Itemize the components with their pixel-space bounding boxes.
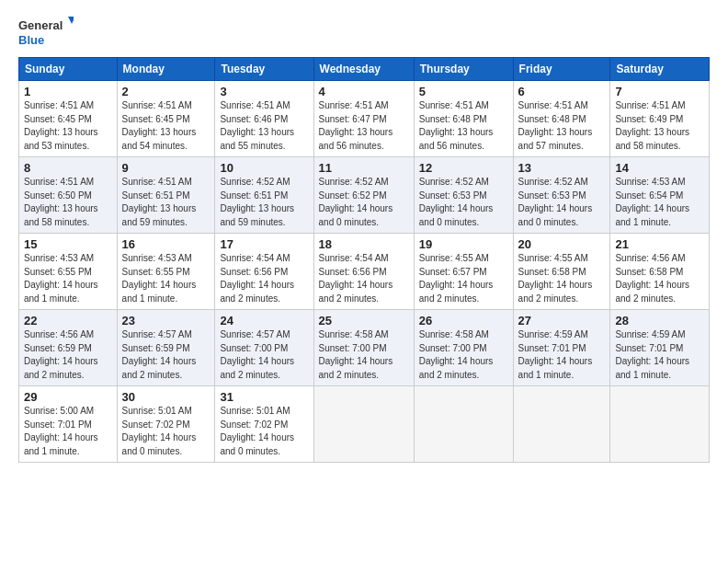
day-number: 9 xyxy=(122,161,210,175)
day-info: Sunrise: 4:51 AMSunset: 6:51 PMDaylight:… xyxy=(122,176,210,229)
calendar-cell xyxy=(610,386,710,463)
week-row-5: 29Sunrise: 5:00 AMSunset: 7:01 PMDayligh… xyxy=(19,386,710,463)
day-number: 12 xyxy=(419,161,508,175)
day-number: 3 xyxy=(220,85,308,98)
day-info: Sunrise: 4:51 AMSunset: 6:48 PMDaylight:… xyxy=(419,99,508,153)
day-number: 2 xyxy=(122,85,210,98)
day-info: Sunrise: 5:01 AMSunset: 7:02 PMDaylight:… xyxy=(220,405,308,458)
day-number: 4 xyxy=(319,85,409,98)
day-number: 26 xyxy=(419,314,508,327)
calendar-cell: 31Sunrise: 5:01 AMSunset: 7:02 PMDayligh… xyxy=(215,386,313,463)
day-number: 23 xyxy=(122,314,210,327)
calendar-cell: 2Sunrise: 4:51 AMSunset: 6:45 PMDaylight… xyxy=(117,81,215,157)
calendar-cell: 10Sunrise: 4:52 AMSunset: 6:51 PMDayligh… xyxy=(215,157,313,234)
svg-marker-1 xyxy=(68,17,74,24)
day-info: Sunrise: 4:53 AMSunset: 6:55 PMDaylight:… xyxy=(24,252,112,305)
calendar-cell xyxy=(414,386,513,463)
day-number: 8 xyxy=(24,161,112,175)
day-info: Sunrise: 4:55 AMSunset: 6:58 PMDaylight:… xyxy=(518,252,606,305)
day-info: Sunrise: 4:52 AMSunset: 6:52 PMDaylight:… xyxy=(319,176,409,229)
calendar-cell: 1Sunrise: 4:51 AMSunset: 6:45 PMDaylight… xyxy=(19,81,118,157)
calendar-cell: 14Sunrise: 4:53 AMSunset: 6:54 PMDayligh… xyxy=(610,157,710,234)
calendar-cell: 6Sunrise: 4:51 AMSunset: 6:48 PMDaylight… xyxy=(513,81,610,157)
calendar-cell: 26Sunrise: 4:58 AMSunset: 7:00 PMDayligh… xyxy=(414,310,513,386)
header-monday: Monday xyxy=(117,58,215,81)
calendar-cell xyxy=(313,386,414,463)
calendar-cell: 13Sunrise: 4:52 AMSunset: 6:53 PMDayligh… xyxy=(513,157,610,234)
day-info: Sunrise: 4:53 AMSunset: 6:54 PMDaylight:… xyxy=(615,176,704,229)
day-info: Sunrise: 4:58 AMSunset: 7:00 PMDaylight:… xyxy=(419,328,508,382)
calendar-table: SundayMondayTuesdayWednesdayThursdayFrid… xyxy=(18,57,710,463)
day-info: Sunrise: 4:55 AMSunset: 6:57 PMDaylight:… xyxy=(419,252,508,305)
header-thursday: Thursday xyxy=(414,58,513,81)
calendar-cell: 9Sunrise: 4:51 AMSunset: 6:51 PMDaylight… xyxy=(117,157,215,234)
day-info: Sunrise: 5:00 AMSunset: 7:01 PMDaylight:… xyxy=(24,405,112,458)
calendar-cell: 4Sunrise: 4:51 AMSunset: 6:47 PMDaylight… xyxy=(313,81,414,157)
day-number: 16 xyxy=(122,237,210,251)
calendar-cell: 21Sunrise: 4:56 AMSunset: 6:58 PMDayligh… xyxy=(610,234,710,310)
day-number: 20 xyxy=(518,237,606,251)
day-number: 5 xyxy=(419,85,508,98)
svg-text:Blue: Blue xyxy=(18,33,44,47)
day-number: 30 xyxy=(122,390,210,404)
calendar-cell: 29Sunrise: 5:00 AMSunset: 7:01 PMDayligh… xyxy=(19,386,118,463)
week-row-2: 8Sunrise: 4:51 AMSunset: 6:50 PMDaylight… xyxy=(19,157,710,234)
day-info: Sunrise: 4:51 AMSunset: 6:49 PMDaylight:… xyxy=(615,99,704,153)
header: General Blue xyxy=(18,15,710,50)
calendar-cell: 22Sunrise: 4:56 AMSunset: 6:59 PMDayligh… xyxy=(19,310,118,386)
day-info: Sunrise: 4:58 AMSunset: 7:00 PMDaylight:… xyxy=(319,328,409,382)
calendar-cell: 17Sunrise: 4:54 AMSunset: 6:56 PMDayligh… xyxy=(215,234,313,310)
day-number: 15 xyxy=(24,237,112,251)
day-number: 19 xyxy=(419,237,508,251)
day-info: Sunrise: 4:52 AMSunset: 6:51 PMDaylight:… xyxy=(220,176,308,229)
day-info: Sunrise: 4:57 AMSunset: 6:59 PMDaylight:… xyxy=(122,328,210,382)
logo: General Blue xyxy=(18,15,74,50)
logo-svg: General Blue xyxy=(18,15,74,50)
day-number: 6 xyxy=(518,85,606,98)
header-wednesday: Wednesday xyxy=(313,58,414,81)
day-number: 25 xyxy=(319,314,409,327)
calendar-cell: 8Sunrise: 4:51 AMSunset: 6:50 PMDaylight… xyxy=(19,157,118,234)
day-number: 22 xyxy=(24,314,112,327)
calendar-cell: 24Sunrise: 4:57 AMSunset: 7:00 PMDayligh… xyxy=(215,310,313,386)
day-number: 17 xyxy=(220,237,308,251)
day-number: 7 xyxy=(615,85,704,98)
header-saturday: Saturday xyxy=(610,58,710,81)
day-info: Sunrise: 4:59 AMSunset: 7:01 PMDaylight:… xyxy=(615,328,704,382)
calendar-cell: 20Sunrise: 4:55 AMSunset: 6:58 PMDayligh… xyxy=(513,234,610,310)
calendar-header-row: SundayMondayTuesdayWednesdayThursdayFrid… xyxy=(19,58,710,81)
week-row-4: 22Sunrise: 4:56 AMSunset: 6:59 PMDayligh… xyxy=(19,310,710,386)
calendar-cell: 27Sunrise: 4:59 AMSunset: 7:01 PMDayligh… xyxy=(513,310,610,386)
page: General Blue SundayMondayTuesdayWednesda… xyxy=(0,0,728,472)
day-number: 13 xyxy=(518,161,606,175)
day-number: 24 xyxy=(220,314,308,327)
day-number: 10 xyxy=(220,161,308,175)
day-info: Sunrise: 4:56 AMSunset: 6:58 PMDaylight:… xyxy=(615,252,704,305)
day-number: 18 xyxy=(319,237,409,251)
calendar-cell: 3Sunrise: 4:51 AMSunset: 6:46 PMDaylight… xyxy=(215,81,313,157)
header-tuesday: Tuesday xyxy=(215,58,313,81)
calendar-cell: 16Sunrise: 4:53 AMSunset: 6:55 PMDayligh… xyxy=(117,234,215,310)
week-row-3: 15Sunrise: 4:53 AMSunset: 6:55 PMDayligh… xyxy=(19,234,710,310)
calendar-cell: 19Sunrise: 4:55 AMSunset: 6:57 PMDayligh… xyxy=(414,234,513,310)
header-sunday: Sunday xyxy=(19,58,118,81)
day-info: Sunrise: 4:51 AMSunset: 6:45 PMDaylight:… xyxy=(122,99,210,153)
header-friday: Friday xyxy=(513,58,610,81)
day-number: 14 xyxy=(615,161,704,175)
week-row-1: 1Sunrise: 4:51 AMSunset: 6:45 PMDaylight… xyxy=(19,81,710,157)
day-info: Sunrise: 4:51 AMSunset: 6:50 PMDaylight:… xyxy=(24,176,112,229)
day-number: 21 xyxy=(615,237,704,251)
calendar-cell: 15Sunrise: 4:53 AMSunset: 6:55 PMDayligh… xyxy=(19,234,118,310)
day-info: Sunrise: 5:01 AMSunset: 7:02 PMDaylight:… xyxy=(122,405,210,458)
calendar-cell: 5Sunrise: 4:51 AMSunset: 6:48 PMDaylight… xyxy=(414,81,513,157)
day-number: 11 xyxy=(319,161,409,175)
day-number: 27 xyxy=(518,314,606,327)
calendar-cell: 30Sunrise: 5:01 AMSunset: 7:02 PMDayligh… xyxy=(117,386,215,463)
day-number: 29 xyxy=(24,390,112,404)
day-info: Sunrise: 4:52 AMSunset: 6:53 PMDaylight:… xyxy=(419,176,508,229)
calendar-cell: 25Sunrise: 4:58 AMSunset: 7:00 PMDayligh… xyxy=(313,310,414,386)
day-info: Sunrise: 4:54 AMSunset: 6:56 PMDaylight:… xyxy=(220,252,308,305)
day-info: Sunrise: 4:56 AMSunset: 6:59 PMDaylight:… xyxy=(24,328,112,382)
day-info: Sunrise: 4:53 AMSunset: 6:55 PMDaylight:… xyxy=(122,252,210,305)
calendar-cell: 23Sunrise: 4:57 AMSunset: 6:59 PMDayligh… xyxy=(117,310,215,386)
